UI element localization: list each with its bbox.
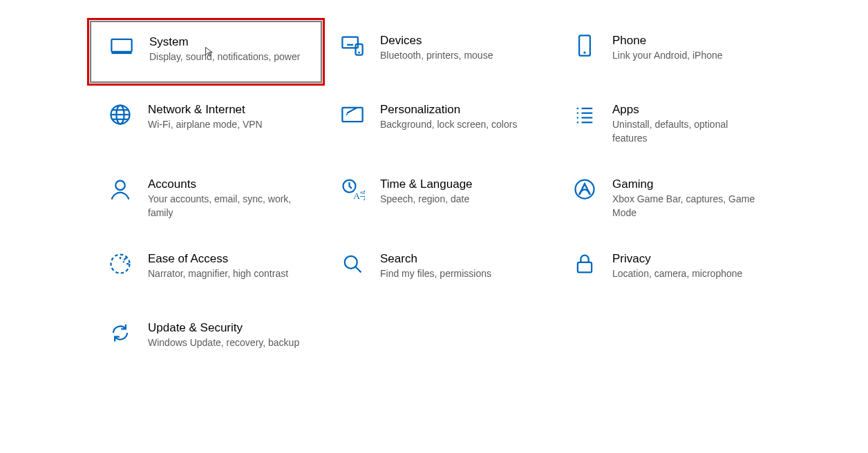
update-icon xyxy=(105,320,135,351)
category-update-security[interactable]: Update & Security Windows Update, recove… xyxy=(90,308,322,370)
category-system[interactable]: System Display, sound, notifications, po… xyxy=(90,21,322,83)
clock-language-icon xyxy=(337,177,368,207)
lock-icon xyxy=(569,251,600,282)
category-desc: Location, camera, microphone xyxy=(612,267,742,280)
category-desc: Speech, region, date xyxy=(380,192,473,206)
category-desc: Xbox Game Bar, captures, Game Mode xyxy=(612,192,764,220)
category-desc: Your accounts, email, sync, work, family xyxy=(148,192,300,220)
category-ease-of-access[interactable]: Ease of Access Narrator, magnifier, high… xyxy=(90,239,322,301)
category-title: Accounts xyxy=(148,177,300,192)
category-desc: Display, sound, notifications, power xyxy=(149,50,300,64)
category-gaming[interactable]: Gaming Xbox Game Bar, captures, Game Mod… xyxy=(554,164,786,232)
category-title: Gaming xyxy=(612,177,764,192)
devices-icon xyxy=(337,33,368,64)
category-desc: Uninstall, defaults, optional features xyxy=(612,117,764,145)
category-title: Update & Security xyxy=(148,320,299,336)
globe-icon xyxy=(105,102,135,133)
apps-list-icon xyxy=(569,102,600,133)
category-personalization[interactable]: Personalization Background, lock screen,… xyxy=(322,90,554,157)
category-title: Search xyxy=(380,251,491,267)
settings-category-grid: System Display, sound, notifications, po… xyxy=(90,21,788,370)
category-title: Time & Language xyxy=(380,177,473,192)
category-time-language[interactable]: Time & Language Speech, region, date xyxy=(322,164,554,232)
category-network-internet[interactable]: Network & Internet Wi-Fi, airplane mode,… xyxy=(90,90,322,157)
category-title: Devices xyxy=(380,33,493,48)
person-icon xyxy=(105,177,135,207)
category-devices[interactable]: Devices Bluetooth, printers, mouse xyxy=(322,21,554,83)
paintbrush-icon xyxy=(337,102,368,133)
phone-icon xyxy=(569,33,600,64)
category-desc: Windows Update, recovery, backup xyxy=(148,336,299,349)
category-title: Personalization xyxy=(380,102,517,117)
xbox-icon xyxy=(569,177,600,207)
category-apps[interactable]: Apps Uninstall, defaults, optional featu… xyxy=(554,90,786,157)
search-icon xyxy=(337,251,368,282)
category-accounts[interactable]: Accounts Your accounts, email, sync, wor… xyxy=(90,164,322,232)
category-title: Phone xyxy=(612,33,723,48)
category-desc: Background, lock screen, colors xyxy=(380,117,517,131)
category-title: System xyxy=(149,35,300,50)
category-desc: Bluetooth, printers, mouse xyxy=(380,48,493,62)
system-icon xyxy=(106,35,137,65)
category-title: Ease of Access xyxy=(148,251,288,267)
category-desc: Link your Android, iPhone xyxy=(612,48,723,62)
category-phone[interactable]: Phone Link your Android, iPhone xyxy=(554,21,786,83)
category-title: Privacy xyxy=(612,251,742,267)
category-desc: Wi-Fi, airplane mode, VPN xyxy=(148,117,263,131)
category-privacy[interactable]: Privacy Location, camera, microphone xyxy=(554,239,786,301)
category-desc: Narrator, magnifier, high contrast xyxy=(148,267,288,280)
accessibility-icon xyxy=(105,251,135,282)
category-title: Network & Internet xyxy=(148,102,263,117)
category-search[interactable]: Search Find my files, permissions xyxy=(322,239,554,301)
category-title: Apps xyxy=(612,102,764,117)
category-desc: Find my files, permissions xyxy=(380,267,491,280)
